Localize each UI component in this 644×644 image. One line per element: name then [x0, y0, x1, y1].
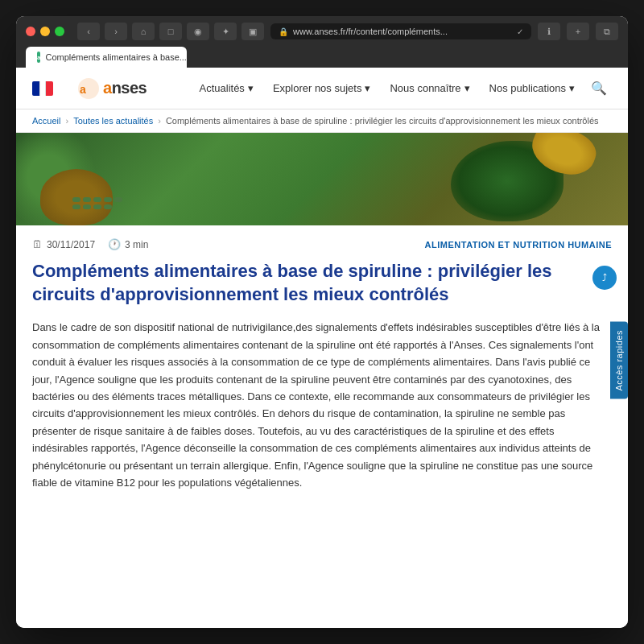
anses-brand-text: anses [103, 79, 147, 97]
breadcrumb: Accueil › Toutes les actualités › Complé… [16, 109, 628, 133]
meta-left: 🗓 30/11/2017 🕐 3 min [32, 238, 148, 250]
maximize-button[interactable] [55, 27, 64, 36]
nav-explorer-label: Explorer nos sujets [273, 82, 362, 94]
nav-actualites-chevron: ▾ [248, 82, 254, 94]
hero-pills [72, 197, 129, 209]
bookmark-button[interactable]: ✦ [214, 23, 237, 40]
secure-icon: ✓ [517, 27, 523, 36]
shield-icon[interactable]: ◉ [187, 23, 209, 40]
minimize-button[interactable] [40, 27, 50, 36]
time-text: 3 min [125, 239, 148, 250]
share-icon: ⤴ [602, 272, 607, 283]
breadcrumb-sep-1: › [65, 116, 68, 126]
browser-controls: ‹ › ⌂ □ ◉ ✦ ▣ [77, 23, 264, 40]
article-category[interactable]: ALIMENTATION ET NUTRITION HUMAINE [425, 240, 612, 250]
article-body: Dans le cadre de son dispositif national… [32, 319, 612, 491]
address-bar[interactable]: 🔒 www.anses.fr/fr/content/compléments...… [270, 23, 531, 39]
extension-button[interactable]: □ [159, 23, 182, 40]
nav-explorer-chevron: ▾ [365, 82, 370, 94]
breadcrumb-current: Compléments alimentaires à base de spiru… [166, 116, 599, 126]
lock-icon: 🔒 [279, 27, 288, 36]
browser-tabs: a Compléments alimentaires à base... [26, 47, 618, 68]
clock-icon: 🕐 [108, 238, 121, 250]
browser-chrome: ‹ › ⌂ □ ◉ ✦ ▣ 🔒 www.anses.fr/fr/content/… [16, 16, 628, 68]
url-text: www.anses.fr/fr/content/compléments... [293, 27, 512, 36]
nav-publications-label: Nos publications [489, 82, 566, 94]
article-reading-time: 🕐 3 min [108, 238, 148, 250]
site-nav: a anses Actualités ▾ Explorer nos sujets… [16, 68, 628, 109]
french-flag [32, 81, 53, 96]
article-title: Compléments alimentaires à base de spiru… [32, 260, 612, 306]
traffic-lights [26, 27, 64, 36]
breadcrumb-actualites[interactable]: Toutes les actualités [73, 116, 153, 126]
nav-connaitre-label: Nous connaître [390, 82, 460, 94]
hero-image [16, 133, 628, 225]
back-button[interactable]: ‹ [77, 23, 100, 40]
tab-title: Compléments alimentaires à base... [45, 52, 186, 62]
date-text: 30/11/2017 [47, 239, 95, 250]
browser-action-button[interactable]: ▣ [242, 23, 264, 40]
nav-actualites-label: Actualités [200, 82, 245, 94]
anses-icon: a [77, 77, 100, 100]
restore-button[interactable]: ⧉ [596, 23, 618, 40]
forward-button[interactable]: › [105, 23, 127, 40]
tab-favicon: a [37, 52, 40, 63]
new-tab-button[interactable]: + [567, 23, 589, 40]
nav-connaitre-chevron: ▾ [464, 82, 470, 94]
nav-explorer[interactable]: Explorer nos sujets ▾ [265, 77, 379, 99]
article-wrapper: 🗓 30/11/2017 🕐 3 min ALIMENTATION ET NUT… [16, 225, 628, 505]
close-button[interactable] [26, 27, 35, 36]
breadcrumb-sep-2: › [158, 116, 161, 126]
search-button[interactable]: 🔍 [586, 76, 612, 101]
acces-rapides-tab[interactable]: Accès rapides [610, 322, 628, 399]
article-meta: 🗓 30/11/2017 🕐 3 min ALIMENTATION ET NUT… [32, 238, 612, 250]
article-date: 🗓 30/11/2017 [32, 238, 95, 250]
home-button[interactable]: ⌂ [132, 23, 155, 40]
nav-publications[interactable]: Nos publications ▾ [481, 77, 583, 99]
share-button[interactable]: ⤴ [592, 266, 617, 290]
site-content: a anses Actualités ▾ Explorer nos sujets… [16, 68, 628, 628]
svg-text:a: a [80, 83, 86, 96]
nav-connaitre[interactable]: Nous connaître ▾ [382, 77, 477, 99]
anses-logo[interactable]: a anses [77, 77, 147, 100]
search-icon: 🔍 [591, 81, 607, 95]
nav-publications-chevron: ▾ [569, 82, 575, 94]
nav-actualites[interactable]: Actualités ▾ [192, 77, 262, 99]
nav-links: Actualités ▾ Explorer nos sujets ▾ Nous … [192, 76, 613, 101]
active-tab[interactable]: a Compléments alimentaires à base... [26, 47, 187, 68]
breadcrumb-home[interactable]: Accueil [32, 116, 60, 126]
info-button[interactable]: ℹ [538, 23, 560, 40]
hero-bowl-left [40, 169, 113, 225]
calendar-icon: 🗓 [32, 238, 43, 250]
gov-logo [32, 81, 53, 96]
article-content: 🗓 30/11/2017 🕐 3 min ALIMENTATION ET NUT… [16, 225, 628, 505]
